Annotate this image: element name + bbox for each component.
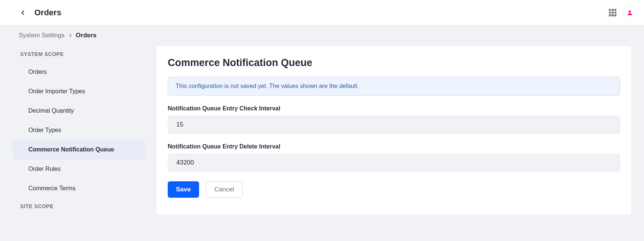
form-group-check-interval: Notification Queue Entry Check Interval xyxy=(168,105,620,134)
back-button[interactable] xyxy=(19,8,28,17)
main-panel: Commerce Notification Queue This configu… xyxy=(157,46,631,215)
check-interval-label: Notification Queue Entry Check Interval xyxy=(168,105,620,112)
sidebar-item-commerce-terms[interactable]: Commerce Terms xyxy=(13,179,145,198)
chevron-left-icon xyxy=(21,10,26,15)
button-row: Save Cancel xyxy=(168,181,620,198)
chevron-right-icon xyxy=(68,32,72,39)
user-icon xyxy=(626,9,633,16)
content-wrapper: SYSTEM SCOPE Orders Order Importer Types… xyxy=(0,46,644,226)
sidebar-item-commerce-notification-queue[interactable]: Commerce Notification Queue xyxy=(13,140,145,159)
delete-interval-input[interactable] xyxy=(168,154,620,172)
top-bar: Orders xyxy=(0,0,644,25)
sidebar: SYSTEM SCOPE Orders Order Importer Types… xyxy=(13,46,145,215)
info-banner: This configuration is not saved yet. The… xyxy=(168,77,620,96)
sidebar-heading-system: SYSTEM SCOPE xyxy=(13,46,145,62)
form-group-delete-interval: Notification Queue Entry Delete Interval xyxy=(168,143,620,172)
check-interval-input[interactable] xyxy=(168,116,620,134)
apps-icon[interactable] xyxy=(609,9,616,16)
svg-point-0 xyxy=(629,10,631,13)
breadcrumb: System Settings Orders xyxy=(0,25,644,46)
sidebar-item-order-types[interactable]: Order Types xyxy=(13,120,145,140)
main-area: System Settings Orders SYSTEM SCOPE Orde… xyxy=(0,25,644,241)
breadcrumb-current: Orders xyxy=(76,32,97,39)
cancel-button[interactable]: Cancel xyxy=(206,181,243,198)
panel-title: Commerce Notification Queue xyxy=(168,57,620,69)
sidebar-item-orders[interactable]: Orders xyxy=(13,62,145,82)
avatar[interactable] xyxy=(623,6,637,19)
delete-interval-label: Notification Queue Entry Delete Interval xyxy=(168,143,620,150)
top-bar-right xyxy=(609,6,637,19)
sidebar-item-order-importer-types[interactable]: Order Importer Types xyxy=(13,82,145,101)
breadcrumb-parent[interactable]: System Settings xyxy=(19,32,65,39)
save-button[interactable]: Save xyxy=(168,181,199,198)
sidebar-item-decimal-quantity[interactable]: Decimal Quantity xyxy=(13,101,145,120)
top-bar-left: Orders xyxy=(19,8,61,18)
sidebar-item-order-rules[interactable]: Order Rules xyxy=(13,159,145,179)
sidebar-heading-site: SITE SCOPE xyxy=(13,198,145,215)
page-title: Orders xyxy=(34,8,61,18)
